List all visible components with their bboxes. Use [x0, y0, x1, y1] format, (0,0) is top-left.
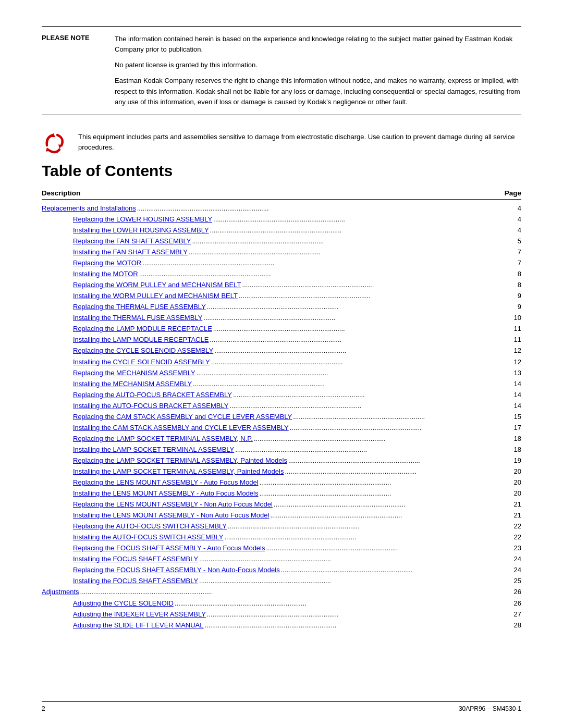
toc-link[interactable]: Installing the MECHANISM ASSEMBLY	[73, 378, 192, 389]
toc-link[interactable]: Installing the FAN SHAFT ASSEMBLY	[73, 246, 188, 257]
toc-link[interactable]: Installing the CYCLE SOLENOID ASSEMBLY	[73, 356, 210, 367]
toc-page-number: 28	[506, 620, 521, 631]
toc-page-number: 18	[506, 433, 521, 444]
toc-page-number: 27	[506, 609, 521, 620]
toc-dots: ........................................…	[139, 268, 505, 279]
toc-link[interactable]: Installing the LAMP SOCKET TERMINAL ASSE…	[73, 444, 234, 455]
toc-row: Installing the LAMP SOCKET TERMINAL ASSE…	[42, 466, 521, 477]
toc-link[interactable]: Installing the FOCUS SHAFT ASSEMBLY	[73, 553, 198, 564]
toc-page-number: 21	[506, 510, 521, 521]
toc-link[interactable]: Replacing the FOCUS SHAFT ASSEMBLY - Non…	[73, 564, 280, 575]
toc-row: Replacing the FOCUS SHAFT ASSEMBLY - Non…	[42, 564, 521, 575]
toc-dots: ........................................…	[290, 422, 505, 433]
toc-link[interactable]: Installing the FOCUS SHAFT ASSEMBLY	[73, 575, 198, 586]
toc-page-number: 9	[506, 290, 521, 301]
toc-link[interactable]: Replacing the LENS MOUNT ASSEMBLY - Non …	[73, 499, 273, 510]
toc-link[interactable]: Installing the LENS MOUNT ASSEMBLY - Non…	[73, 510, 269, 521]
toc-page-number: 20	[506, 488, 521, 499]
toc-row: Installing the FOCUS SHAFT ASSEMBLY ....…	[42, 575, 521, 586]
toc-row: Installing the MECHANISM ASSEMBLY ......…	[42, 378, 521, 389]
toc-dots: ........................................…	[274, 499, 505, 510]
toc-row: Replacing the LAMP SOCKET TERMINAL ASSEM…	[42, 455, 521, 466]
toc-dots: ........................................…	[239, 290, 505, 301]
toc-row: Installing the LAMP MODULE RECEPTACLE ..…	[42, 334, 521, 345]
toc-link[interactable]: Replacing the CYCLE SOLENOID ASSEMBLY	[73, 345, 213, 356]
toc-dots: ........................................…	[213, 323, 505, 334]
toc-dots: ........................................…	[189, 246, 505, 257]
toc-row: Replacing the LENS MOUNT ASSEMBLY - Non …	[42, 499, 521, 510]
toc-link[interactable]: Installing the LENS MOUNT ASSEMBLY - Aut…	[73, 488, 259, 499]
toc-row: Installing the THERMAL FUSE ASSEMBLY ...…	[42, 312, 521, 323]
toc-dots: ........................................…	[211, 356, 505, 367]
toc-page-number: 8	[506, 279, 521, 290]
notice-box: PLEASE NOTE The information contained he…	[42, 26, 521, 115]
toc-row: Installing the AUTO-FOCUS SWITCH ASSEMBL…	[42, 532, 521, 542]
toc-link[interactable]: Replacing the AUTO-FOCUS SWITCH ASSEMBLY	[73, 521, 227, 532]
footer-page-number: 2	[42, 705, 45, 712]
toc-link[interactable]: Replacing the MECHANISM ASSEMBLY	[73, 367, 195, 378]
toc-row: Installing the LOWER HOUSING ASSEMBLY ..…	[42, 225, 521, 236]
toc-link[interactable]: Replacing the FOCUS SHAFT ASSEMBLY - Aut…	[73, 542, 265, 553]
toc-link[interactable]: Installing the LAMP MODULE RECEPTACLE	[73, 334, 209, 345]
toc-link[interactable]: Installing the LAMP SOCKET TERMINAL ASSE…	[73, 466, 284, 477]
toc-row: Installing the LENS MOUNT ASSEMBLY - Non…	[42, 510, 521, 521]
toc-link[interactable]: Replacing the WORM PULLEY and MECHANISM …	[73, 279, 241, 290]
toc-row: Replacing the AUTO-FOCUS BRACKET ASSEMBL…	[42, 389, 521, 400]
toc-page-number: 12	[506, 345, 521, 356]
toc-dots: ........................................…	[214, 345, 505, 356]
toc-link[interactable]: Adjusting the CYCLE SOLENOID	[73, 598, 174, 609]
notice-para-3: Eastman Kodak Company reserves the right…	[115, 76, 521, 107]
toc-link[interactable]: Adjusting the INDEXER LEVER ASSEMBLY	[73, 609, 206, 620]
toc-link[interactable]: Installing the AUTO-FOCUS BRACKET ASSEMB…	[73, 400, 228, 411]
toc-link[interactable]: Replacing the MOTOR	[73, 257, 141, 268]
toc-dots: ........................................…	[203, 312, 505, 323]
toc-link[interactable]: Installing the WORM PULLEY and MECHANISM…	[73, 290, 238, 301]
toc-page-number: 14	[506, 378, 521, 389]
toc-link[interactable]: Replacing the LAMP SOCKET TERMINAL ASSEM…	[73, 433, 253, 444]
toc-dots: ........................................…	[207, 609, 505, 620]
toc-link[interactable]: Replacing the AUTO-FOCUS BRACKET ASSEMBL…	[73, 389, 232, 400]
toc-link[interactable]: Replacing the FAN SHAFT ASSEMBLY	[73, 236, 191, 246]
toc-link[interactable]: Adjusting the SLIDE LIFT LEVER MANUAL	[73, 620, 203, 631]
esd-warning: This equipment includes parts and assemb…	[42, 130, 521, 157]
toc-header-page: Page	[505, 189, 521, 197]
toc-link[interactable]: Installing the THERMAL FUSE ASSEMBLY	[73, 312, 202, 323]
toc-dots: ........................................…	[197, 367, 505, 378]
toc-page-number: 5	[506, 236, 521, 246]
toc-row: Installing the MOTOR ...................…	[42, 268, 521, 279]
toc-link[interactable]: Replacing the CAM STACK ASSEMBLY and CYC…	[73, 411, 292, 422]
toc-dots: ........................................…	[285, 466, 505, 477]
toc-link[interactable]: Installing the MOTOR	[73, 268, 138, 279]
toc-row: Replacing the LAMP SOCKET TERMINAL ASSEM…	[42, 433, 521, 444]
toc-link[interactable]: Replacing the LAMP SOCKET TERMINAL ASSEM…	[73, 455, 287, 466]
toc-link[interactable]: Installing the CAM STACK ASSEMBLY and CY…	[73, 422, 289, 433]
toc-page-number: 4	[506, 225, 521, 236]
toc-link[interactable]: Replacements and Installations	[42, 203, 136, 214]
toc-row: Installing the FOCUS SHAFT ASSEMBLY ....…	[42, 553, 521, 564]
toc-page-number: 4	[506, 214, 521, 225]
toc-title: Table of Contents	[42, 162, 521, 180]
toc-dots: ........................................…	[193, 378, 505, 389]
toc-dots: ........................................…	[228, 521, 505, 532]
esd-text: This equipment includes parts and assemb…	[78, 130, 521, 153]
toc-dots: ........................................…	[233, 389, 505, 400]
toc-link[interactable]: Adjustments	[42, 586, 79, 597]
toc-dots: ........................................…	[199, 575, 505, 586]
toc-link[interactable]: Installing the AUTO-FOCUS SWITCH ASSEMBL…	[73, 532, 224, 542]
toc-link[interactable]: Replacing the LENS MOUNT ASSEMBLY - Auto…	[73, 477, 259, 488]
toc-page-number: 14	[506, 389, 521, 400]
toc-row: Replacing the FAN SHAFT ASSEMBLY .......…	[42, 236, 521, 246]
toc-link[interactable]: Replacing the THERMAL FUSE ASSEMBLY	[73, 301, 206, 312]
toc-dots: ........................................…	[293, 411, 505, 422]
toc-row: Installing the WORM PULLEY and MECHANISM…	[42, 290, 521, 301]
toc-link[interactable]: Installing the LOWER HOUSING ASSEMBLY	[73, 225, 209, 236]
toc-page-number: 4	[506, 203, 521, 214]
toc-page-number: 7	[506, 246, 521, 257]
toc-dots: ........................................…	[229, 400, 505, 411]
toc-row: Replacing the LAMP MODULE RECEPTACLE ...…	[42, 323, 521, 334]
toc-link[interactable]: Replacing the LOWER HOUSING ASSEMBLY	[73, 214, 212, 225]
toc-link[interactable]: Replacing the LAMP MODULE RECEPTACLE	[73, 323, 212, 334]
toc-dots: ........................................…	[137, 203, 505, 214]
toc-page-number: 8	[506, 268, 521, 279]
toc-row: Adjusting the CYCLE SOLENOID ...........…	[42, 598, 521, 609]
